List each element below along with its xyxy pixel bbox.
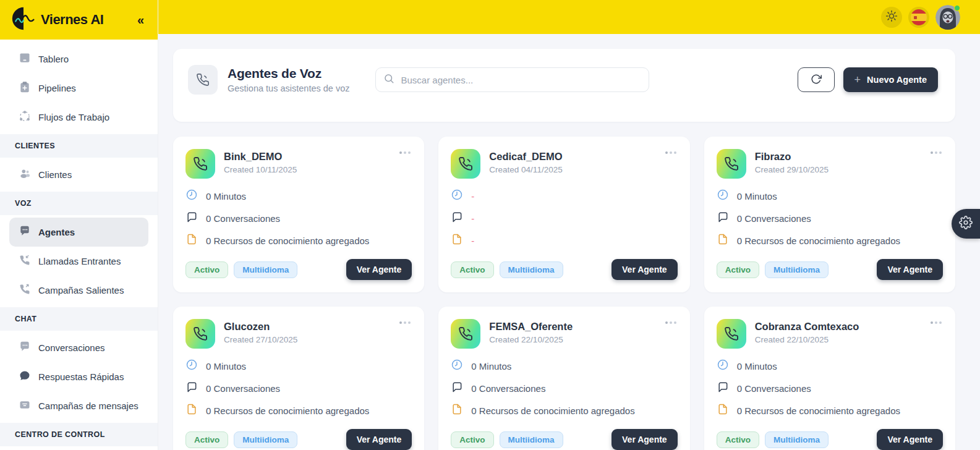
resources-stat: - xyxy=(451,233,677,248)
sidebar-section-centro-de-control: CENTRO DE CONTROL xyxy=(0,423,158,446)
gear-icon xyxy=(959,216,973,232)
sidebar-item-clientes[interactable]: Clientes xyxy=(0,160,158,189)
agent-stats: 0 Minutos 0 Conversaciones 0 Recursos de… xyxy=(185,359,412,418)
agent-card-footer: Activo Multiidioma Ver Agente xyxy=(717,429,943,450)
file-icon xyxy=(717,233,729,248)
resources-value: 0 Recursos de conocimiento agregados xyxy=(206,236,369,246)
agent-card-footer: Activo Multiidioma Ver Agente xyxy=(717,259,943,280)
clock-icon xyxy=(451,189,463,203)
sidebar-item-tablero[interactable]: Tablero xyxy=(0,45,158,74)
agent-title-block: Cedicaf_DEMO Created 04/11/2025 xyxy=(489,149,562,174)
header-actions: + Nuevo Agente xyxy=(798,67,938,92)
resources-stat: 0 Recursos de conocimiento agregados xyxy=(185,403,412,418)
agent-name: FEMSA_Oferente xyxy=(489,321,573,333)
minutes-value: 0 Minutos xyxy=(206,361,246,371)
card-options-menu[interactable] xyxy=(929,319,943,326)
minutes-stat: 0 Minutos xyxy=(185,189,412,203)
agent-badges: Activo Multiidioma xyxy=(717,431,829,448)
conversations-value: 0 Conversaciones xyxy=(737,383,811,394)
sidebar-item-respuestas-rapidas[interactable]: Respuestas Rápidas xyxy=(0,362,158,391)
sidebar-item-agentes[interactable]: Agentes xyxy=(9,218,148,247)
view-agent-button[interactable]: Ver Agente xyxy=(611,259,678,280)
resources-value: - xyxy=(471,236,474,246)
card-options-menu[interactable] xyxy=(929,149,943,156)
users-icon xyxy=(19,168,31,182)
chat-outline-icon xyxy=(717,381,729,396)
agent-card-footer: Activo Multiidioma Ver Agente xyxy=(451,429,677,450)
theme-toggle-button[interactable] xyxy=(881,7,902,28)
clock-icon xyxy=(717,359,729,373)
agent-title-block: Glucozen Created 27/10/2025 xyxy=(224,319,297,344)
status-badge: Activo xyxy=(185,261,228,278)
agent-created-date: Created 10/11/2025 xyxy=(224,165,297,174)
sidebar-item-campanas-salientes[interactable]: Campañas Salientes xyxy=(0,276,158,305)
spain-flag-icon xyxy=(911,9,927,25)
file-icon xyxy=(185,233,198,248)
file-icon xyxy=(451,233,463,248)
user-avatar[interactable] xyxy=(935,5,960,30)
file-icon xyxy=(451,403,463,418)
status-badge: Activo xyxy=(717,261,759,278)
conversations-value: 0 Conversaciones xyxy=(206,383,280,394)
minutes-value: - xyxy=(471,191,474,202)
resources-value: 0 Recursos de conocimiento agregados xyxy=(737,405,900,416)
view-agent-button[interactable]: Ver Agente xyxy=(877,259,943,280)
sidebar-item-flujos-de-trabajo[interactable]: Flujos de Trabajo xyxy=(0,103,158,132)
sidebar-item-label: Pipelines xyxy=(38,83,76,93)
sidebar-item-llamadas-entrantes[interactable]: Llamadas Entrantes xyxy=(0,247,158,276)
card-options-menu[interactable] xyxy=(398,149,412,156)
refresh-button[interactable] xyxy=(798,67,835,92)
clipboard-icon xyxy=(19,81,31,95)
language-badge: Multiidioma xyxy=(234,431,297,448)
agent-gradient-phone-icon xyxy=(185,319,215,349)
voice-phone-icon xyxy=(188,65,218,95)
new-agent-button[interactable]: + Nuevo Agente xyxy=(843,67,938,92)
sidebar-header: Viernes AI « xyxy=(0,0,158,40)
resources-value: 0 Recursos de conocimiento agregados xyxy=(206,405,369,416)
status-badge: Activo xyxy=(451,431,493,448)
file-icon xyxy=(717,403,729,418)
agent-card: Glucozen Created 27/10/2025 0 Minutos 0 … xyxy=(173,307,424,450)
clock-icon xyxy=(451,359,463,373)
search-icon xyxy=(383,73,394,87)
agent-name: Glucozen xyxy=(224,321,297,333)
agent-badges: Activo Multiidioma xyxy=(185,431,297,448)
sidebar-item-label: Tablero xyxy=(38,54,69,64)
view-agent-button[interactable]: Ver Agente xyxy=(611,429,678,450)
resources-stat: 0 Recursos de conocimiento agregados xyxy=(185,233,412,248)
agent-card-footer: Activo Multiidioma Ver Agente xyxy=(451,259,677,280)
agent-stats: 0 Minutos 0 Conversaciones 0 Recursos de… xyxy=(717,359,943,418)
status-badge: Activo xyxy=(717,431,759,448)
settings-fab-button[interactable] xyxy=(952,209,980,239)
sidebar-item-campanas-de-mensajes[interactable]: Campañas de mensajes xyxy=(0,391,158,420)
conversations-stat: 0 Conversaciones xyxy=(185,211,412,226)
speech-bubble-icon xyxy=(19,370,31,384)
file-icon xyxy=(185,403,198,418)
minutes-stat: 0 Minutos xyxy=(451,359,677,373)
agent-card: Cobranza Comtexaco Created 22/10/2025 0 … xyxy=(704,307,955,450)
language-badge: Multiidioma xyxy=(500,431,563,448)
sidebar-item-label: Campañas Salientes xyxy=(38,285,124,295)
search-input[interactable] xyxy=(401,75,641,85)
conversations-value: 0 Conversaciones xyxy=(471,383,545,394)
sidebar-item-pipelines[interactable]: Pipelines xyxy=(0,74,158,103)
conversations-value: - xyxy=(471,213,474,224)
language-badge: Multiidioma xyxy=(765,261,829,278)
plus-icon: + xyxy=(854,74,861,87)
view-agent-button[interactable]: Ver Agente xyxy=(346,429,412,450)
view-agent-button[interactable]: Ver Agente xyxy=(346,259,412,280)
agent-card: Cedicaf_DEMO Created 04/11/2025 - - - Ac… xyxy=(438,137,689,292)
sidebar-item-label: Llamadas Entrantes xyxy=(38,256,121,266)
sidebar-item-conversaciones[interactable]: Conversaciones xyxy=(0,333,158,362)
language-selector-button[interactable] xyxy=(908,7,929,28)
resources-stat: 0 Recursos de conocimiento agregados xyxy=(717,403,943,418)
sidebar-collapse-button[interactable]: « xyxy=(137,14,144,26)
sidebar-item-label: Clientes xyxy=(38,169,72,180)
card-options-menu[interactable] xyxy=(398,319,412,326)
agent-card-header: FEMSA_Oferente Created 22/10/2025 xyxy=(451,319,677,349)
page-subtitle: Gestiona tus asistentes de voz xyxy=(228,83,349,93)
view-agent-button[interactable]: Ver Agente xyxy=(877,429,943,450)
card-options-menu[interactable] xyxy=(664,149,678,156)
resources-value: 0 Recursos de conocimiento agregados xyxy=(737,236,900,246)
card-options-menu[interactable] xyxy=(664,319,678,326)
